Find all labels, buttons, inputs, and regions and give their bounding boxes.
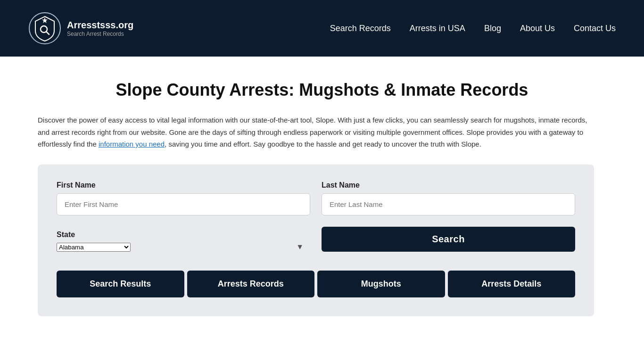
logo-link[interactable]: Arresstsss.org Search Arrest Records bbox=[28, 12, 133, 45]
arrests-details-button[interactable]: Arrests Details bbox=[448, 271, 576, 297]
arrests-records-button[interactable]: Arrests Records bbox=[187, 271, 315, 297]
first-name-label: First Name bbox=[57, 181, 310, 189]
last-name-input[interactable] bbox=[322, 193, 575, 215]
nav-about-us[interactable]: About Us bbox=[520, 24, 555, 33]
state-group: State AlabamaAlaskaArizonaArkansasCalifo… bbox=[57, 230, 310, 252]
nav-arrests-in-usa[interactable]: Arrests in USA bbox=[410, 24, 465, 33]
svg-point-0 bbox=[29, 13, 60, 44]
name-fields-row: First Name Last Name bbox=[57, 181, 575, 215]
nav-blog[interactable]: Blog bbox=[484, 24, 501, 33]
page-title: Slope County Arrests: Mugshots & Inmate … bbox=[38, 80, 606, 100]
last-name-group: Last Name bbox=[322, 181, 575, 215]
first-name-group: First Name bbox=[57, 181, 310, 215]
state-search-row: State AlabamaAlaskaArizonaArkansasCalifo… bbox=[57, 227, 575, 252]
state-select-wrapper: AlabamaAlaskaArizonaArkansasCaliforniaCo… bbox=[57, 243, 310, 252]
search-container: First Name Last Name State AlabamaAlaska… bbox=[38, 165, 594, 316]
page-description: Discover the power of easy access to vit… bbox=[38, 114, 594, 150]
last-name-label: Last Name bbox=[322, 181, 575, 189]
svg-line-3 bbox=[46, 32, 49, 34]
description-link[interactable]: information you need bbox=[99, 140, 165, 148]
logo-icon bbox=[28, 12, 61, 45]
nav-search-records[interactable]: Search Records bbox=[330, 24, 391, 33]
search-results-button[interactable]: Search Results bbox=[57, 271, 184, 297]
logo-tagline: Search Arrest Records bbox=[67, 31, 133, 37]
state-select[interactable]: AlabamaAlaskaArizonaArkansasCaliforniaCo… bbox=[57, 243, 131, 252]
nav-contact-us[interactable]: Contact Us bbox=[574, 24, 616, 33]
logo-name: Arresstsss.org bbox=[67, 20, 133, 31]
first-name-input[interactable] bbox=[57, 193, 310, 215]
search-button-wrapper: Search bbox=[322, 227, 575, 252]
svg-marker-1 bbox=[42, 17, 48, 23]
main-content: Slope County Arrests: Mugshots & Inmate … bbox=[0, 57, 644, 362]
main-nav: Search Records Arrests in USA Blog About… bbox=[330, 24, 616, 33]
mugshots-button[interactable]: Mugshots bbox=[317, 271, 445, 297]
chevron-down-icon: ▼ bbox=[296, 243, 304, 251]
search-button[interactable]: Search bbox=[322, 227, 575, 252]
site-header: Arresstsss.org Search Arrest Records Sea… bbox=[0, 0, 644, 57]
state-label: State bbox=[57, 230, 310, 239]
bottom-buttons-row: Search Results Arrests Records Mugshots … bbox=[57, 271, 575, 297]
